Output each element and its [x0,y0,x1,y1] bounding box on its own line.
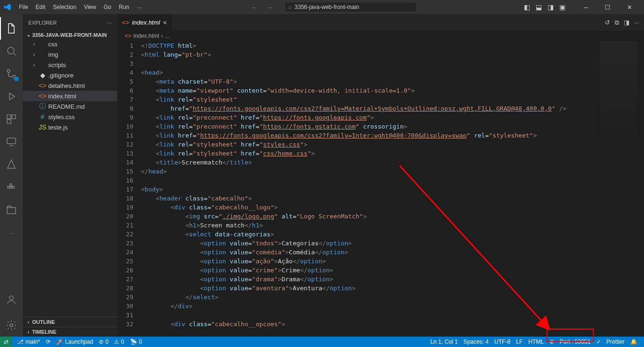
file-label: README.md [48,103,85,110]
problems[interactable]: ⊘0 ⚠0 [96,338,127,345]
layout-customize-icon[interactable]: ▣ [557,3,567,11]
nav-forward-icon[interactable]: → [267,4,273,11]
window-maximize-button[interactable]: ☐ [597,0,618,14]
explorer-title: EXPLORER [28,20,57,26]
svg-point-0 [8,47,14,54]
scm-badge [14,77,19,81]
explorer-item-styles-css[interactable]: #styles.css [23,112,117,122]
activity-source-control-icon[interactable] [0,62,23,85]
minimap[interactable] [600,41,637,145]
editor-more-icon[interactable]: ··· [634,19,639,26]
port-count: 0 [139,338,142,345]
explorer-item-README-md[interactable]: ⓘREADME.md [23,101,117,112]
remote-icon: ⇄ [4,338,9,345]
language-mode[interactable]: HTML [526,338,547,345]
window-minimize-button[interactable]: ─ [575,0,597,14]
window-close-button[interactable]: ✕ [618,0,640,14]
command-center[interactable]: ⌕ 3356-java-web-front-main [284,2,417,12]
error-icon: ⊘ [99,338,104,345]
activity-settings-icon[interactable] [0,314,23,337]
layout-panel-icon[interactable]: ⬓ [534,3,544,11]
split-editor-icon[interactable]: ⧉ [615,19,619,26]
close-icon[interactable]: × [163,19,166,26]
launchpad[interactable]: 🚀Launchpad [53,338,96,345]
explorer-item-scripts[interactable]: ›scripts [23,60,117,70]
activity-bar: ··· [0,14,23,337]
activity-project-manager-icon[interactable] [0,199,23,221]
explorer-item-detalhes-html[interactable]: <>detalhes.html [23,80,117,91]
tab-index-html[interactable]: <> index.html × [117,14,172,31]
explorer-item-img[interactable]: ›img [23,49,117,60]
encoding[interactable]: UTF-8 [492,338,513,345]
sync-icon[interactable]: ⟳ [43,338,53,345]
editor-tabs: <> index.html × ↺ ⧉ ◨ ··· [117,14,644,31]
branch-label: main* [26,338,40,345]
chevron-right-icon: › [25,319,32,325]
prettier-status[interactable]: ✓ Prettier [593,338,627,345]
explorer-item-css[interactable]: ›css [23,39,117,49]
activity-explorer-icon[interactable] [0,17,23,40]
broadcast-icon: ⊘ [549,338,554,345]
git-branch[interactable]: ⎇main* [14,338,43,345]
timeline-section[interactable]: ›TIMELINE [23,327,117,337]
explorer-item-index-html[interactable]: <>index.html [23,91,117,101]
activity-remote-explorer-icon[interactable] [0,130,23,153]
remote-indicator[interactable]: ⇄ [0,337,12,347]
cursor-position[interactable]: Ln 1, Col 1 [427,338,461,345]
file-icon: <> [38,92,47,100]
menu-view[interactable]: View [80,4,100,10]
svg-rect-9 [12,186,14,188]
activity-search-icon[interactable] [0,40,23,62]
activity-accounts-icon[interactable] [0,288,23,311]
chevron-right-icon: › [30,41,38,47]
outline-section[interactable]: ›OUTLINE [23,317,117,327]
outline-label: OUTLINE [32,319,55,325]
file-label: detalhes.html [48,82,85,89]
menu-go[interactable]: Go [100,4,115,10]
file-label: index.html [48,93,76,100]
file-label: .gitignore [48,72,73,79]
menu-overflow-icon[interactable]: ··· [133,4,146,11]
code-editor[interactable]: 1234567891011121314151617181920212223242… [117,41,644,337]
svg-rect-4 [12,115,16,119]
activity-docker-icon[interactable] [0,176,23,199]
explorer-more-icon[interactable]: ··· [107,20,112,26]
rocket-icon: 🚀 [56,338,63,345]
activity-more-icon[interactable]: ··· [0,221,23,244]
diff-icon[interactable]: ◨ [624,19,629,26]
indentation[interactable]: Spaces: 4 [461,338,491,345]
file-icon: # [38,113,47,121]
notifications-icon[interactable]: 🔔 [627,338,640,345]
file-icon: <> [38,82,47,89]
file-label: teste.js [48,124,68,131]
file-label: scripts [48,61,66,69]
timeline-toggle-icon[interactable]: ↺ [605,19,610,26]
layout-secondary-side-icon[interactable]: ◨ [546,3,556,11]
status-bar: ⇄ ⎇main* ⟳ 🚀Launchpad ⊘0 ⚠0 📡0 Ln 1, Col… [0,337,644,347]
chevron-down-icon: ⌄ [25,32,32,38]
code-content[interactable]: <!DOCTYPE html><html lang="pt-br"> <head… [141,41,644,337]
activity-azure-icon[interactable] [0,153,23,176]
project-root[interactable]: ⌄ 3356-JAVA-WEB-FRONT-MAIN [23,31,117,39]
menu-selection[interactable]: Selection [49,4,80,10]
explorer-item-teste-js[interactable]: JSteste.js [23,122,117,132]
html-file-icon: <> [122,19,129,26]
file-label: img [48,51,58,58]
menu-file[interactable]: File [15,4,32,10]
explorer-item--gitignore[interactable]: ◆.gitignore [23,70,117,80]
ports[interactable]: 📡0 [127,338,145,345]
menu-edit[interactable]: Edit [32,4,49,10]
eol[interactable]: LF [513,338,526,345]
project-name: 3356-JAVA-WEB-FRONT-MAIN [32,32,107,38]
file-label: styles.css [48,113,75,121]
svg-point-12 [10,324,13,327]
svg-rect-8 [10,186,12,188]
live-server-port[interactable]: ⊘ Port : 53651 [547,338,593,345]
layout-primary-side-icon[interactable]: ◧ [522,3,532,11]
breadcrumbs[interactable]: <> index.html › ... [117,31,644,41]
tab-label: index.html [132,19,160,26]
menu-run[interactable]: Run [115,4,133,10]
activity-extensions-icon[interactable] [0,108,23,130]
nav-back-icon[interactable]: ← [251,4,257,11]
activity-run-debug-icon[interactable] [0,85,23,108]
